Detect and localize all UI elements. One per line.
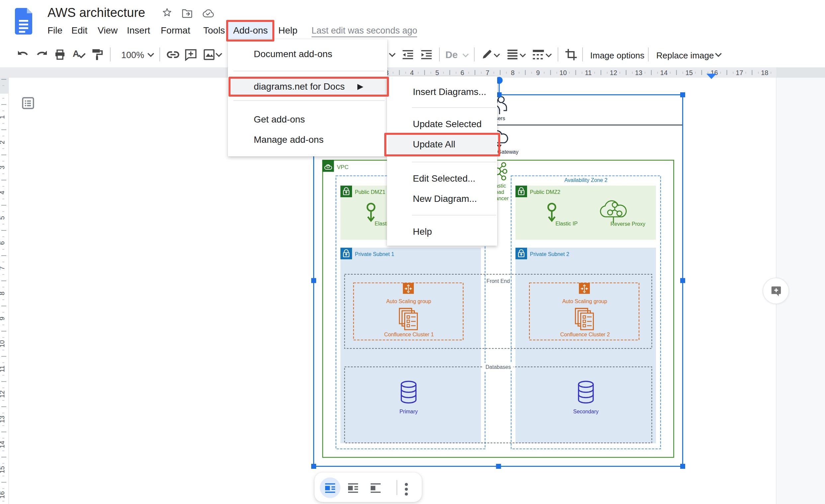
svg-text:VPC: VPC [337,164,349,170]
svg-text:Elastic IP: Elastic IP [555,221,578,227]
svg-text:Reverse Proxy: Reverse Proxy [610,221,645,227]
svg-text:Secondary: Secondary [573,409,599,414]
svg-text:Front End: Front End [486,278,510,284]
svg-text:Availability Zone 2: Availability Zone 2 [564,177,607,183]
svg-text:Confluence Cluster 2: Confluence Cluster 2 [560,332,610,337]
svg-text:Primary: Primary [399,409,418,414]
svg-text:Public DMZ2: Public DMZ2 [530,189,560,195]
svg-text:Private Subnet 1: Private Subnet 1 [355,251,394,257]
svg-text:Databases: Databases [485,364,511,370]
svg-text:Confluence Cluster 1: Confluence Cluster 1 [384,332,434,337]
svg-text:Auto Scaling group: Auto Scaling group [386,299,431,304]
svg-text:Public DMZ1: Public DMZ1 [355,189,386,195]
svg-text:Auto Scaling group: Auto Scaling group [562,299,607,304]
svg-text:Private Subnet 2: Private Subnet 2 [530,251,569,257]
